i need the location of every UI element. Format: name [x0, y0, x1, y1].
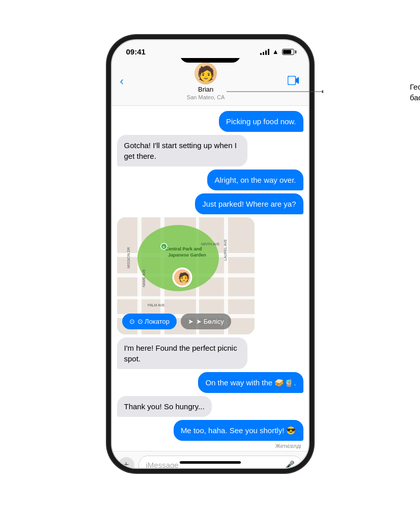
wifi-icon: ▲ — [272, 48, 279, 55]
svg-point-24 — [322, 90, 323, 93]
map-message-row: Central Park and Japanese Garden + MISSI… — [117, 217, 303, 334]
message-row: Thank you! So hungry... — [117, 396, 303, 417]
svg-text:PALM AVE: PALM AVE — [148, 303, 165, 307]
annotation-line — [221, 87, 323, 117]
map-bubble[interactable]: Central Park and Japanese Garden + MISSI… — [117, 217, 255, 334]
back-button[interactable]: ‹ — [120, 75, 124, 88]
annotation-text: Геолокацияны бөлісуді басқарыңыз. — [410, 81, 420, 103]
contact-location: San Mateo, CA — [187, 94, 225, 100]
message-bubble: Just parked! Where are ya? — [195, 193, 303, 214]
home-indicator — [180, 461, 241, 464]
message-row: Me too, haha. See you shortly! 😎 — [117, 420, 303, 441]
svg-text:🧑: 🧑 — [178, 272, 190, 283]
message-bubble: Alright, on the way over. — [207, 170, 303, 190]
message-row: Gotcha! I'll start setting up when I get… — [117, 135, 303, 166]
svg-text:NAME AVE: NAME AVE — [142, 269, 146, 287]
message-row: On the way with the 🥪🧋. — [117, 372, 303, 393]
delivered-status: Жеткізілді — [117, 443, 303, 449]
avatar: 🧑 — [194, 62, 217, 84]
message-bubble: I'm here! Found the perfect picnic spot. — [117, 337, 247, 369]
svg-text:MISSION DR: MISSION DR — [127, 247, 130, 268]
add-attachment-button[interactable]: + — [118, 457, 134, 469]
message-bubble: Gotcha! I'll start setting up when I get… — [117, 135, 247, 166]
plus-icon: + — [123, 459, 129, 469]
status-time: 09:41 — [126, 47, 146, 56]
locator-button[interactable]: ⊙ ⊙ Локатор — [122, 314, 177, 329]
message-row: I'm here! Found the perfect picnic spot. — [117, 337, 303, 369]
svg-text:Japanese Garden: Japanese Garden — [168, 252, 206, 258]
input-placeholder: iMessage — [146, 461, 179, 469]
message-bubble: Thank you! So hungry... — [117, 396, 212, 417]
svg-text:+: + — [162, 245, 165, 249]
message-row: Just parked! Where are ya? — [117, 193, 303, 214]
svg-text:NINTH AVE: NINTH AVE — [201, 242, 220, 246]
status-icons: ▲ — [260, 48, 294, 55]
contact-name: Brian — [198, 86, 213, 93]
share-icon: ➤ — [188, 318, 193, 325]
video-call-button[interactable] — [288, 75, 300, 88]
share-location-button[interactable]: ➤ ➤ Бөлісу — [181, 314, 231, 329]
locator-icon: ⊙ — [129, 318, 135, 325]
message-bubble: On the way with the 🥪🧋. — [198, 372, 303, 393]
microphone-icon[interactable]: 🎤 — [285, 460, 295, 469]
avatar-memoji: 🧑 — [194, 62, 217, 84]
signal-icon — [260, 49, 269, 55]
status-bar: 09:41 ▲ — [112, 40, 309, 58]
battery-icon — [282, 49, 294, 55]
contact-info[interactable]: 🧑 Brian San Mateo, CA — [187, 62, 225, 100]
messages-area: Picking up food now. Gotcha! I'll start … — [112, 106, 309, 451]
input-bar: + iMessage 🎤 — [112, 451, 309, 469]
message-row: Alright, on the way over. — [117, 170, 303, 190]
svg-rect-0 — [288, 76, 296, 84]
message-bubble: Me too, haha. See you shortly! 😎 — [174, 420, 303, 441]
map-buttons: ⊙ ⊙ Локатор ➤ ➤ Бөлісу — [122, 314, 231, 329]
svg-text:Central Park and: Central Park and — [165, 246, 202, 251]
svg-text:LAUREL AVE: LAUREL AVE — [223, 239, 227, 261]
